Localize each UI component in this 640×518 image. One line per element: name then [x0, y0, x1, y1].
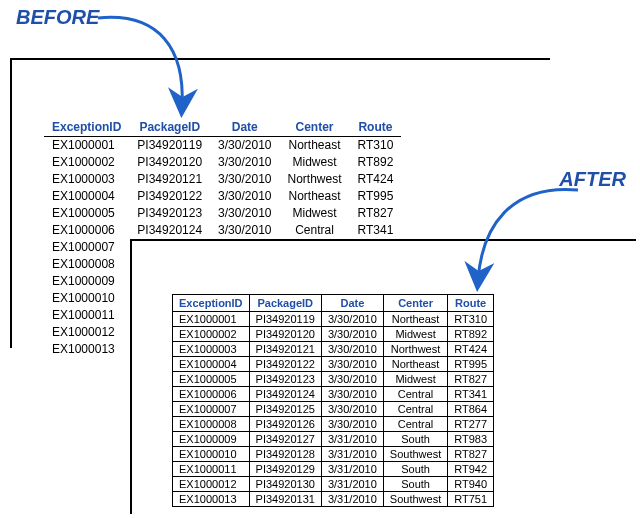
cell-id: EX1000005 — [44, 205, 129, 222]
after-table-head: ExceptionID PackageID Date Center Route — [173, 295, 494, 312]
col-center: Center — [279, 118, 349, 137]
table-row: EX1000004PI349201223/30/2010NortheastRT9… — [44, 188, 401, 205]
table-row: EX1000006PI349201243/30/2010CentralRT341 — [173, 387, 494, 402]
table-row: EX1000003PI349201213/30/2010NorthwestRT4… — [44, 171, 401, 188]
cell-date: 3/31/2010 — [321, 477, 383, 492]
cell-date: 3/30/2010 — [321, 387, 383, 402]
cell-id: EX1000013 — [44, 341, 129, 358]
cell-id: EX1000012 — [173, 477, 250, 492]
cell-pkg: PI34920126 — [249, 417, 321, 432]
cell-route: RT995 — [350, 188, 402, 205]
col-date: Date — [321, 295, 383, 312]
cell-center: South — [383, 477, 447, 492]
cell-id: EX1000007 — [44, 239, 129, 256]
before-table-head: ExceptionID PackageID Date Center Route — [44, 118, 401, 137]
cell-pkg: PI34920120 — [249, 327, 321, 342]
table-row: EX1000010PI349201283/31/2010SouthwestRT8… — [173, 447, 494, 462]
col-center: Center — [383, 295, 447, 312]
cell-route: RT277 — [448, 417, 494, 432]
cell-route: RT940 — [448, 477, 494, 492]
col-packageid: PackageID — [249, 295, 321, 312]
cell-route: RT892 — [448, 327, 494, 342]
col-exceptionid: ExceptionID — [44, 118, 129, 137]
cell-pkg: PI34920119 — [129, 137, 210, 155]
cell-center: Southwest — [383, 492, 447, 507]
table-row: EX1000001PI349201193/30/2010NortheastRT3… — [173, 312, 494, 327]
col-exceptionid: ExceptionID — [173, 295, 250, 312]
cell-route: RT310 — [350, 137, 402, 155]
cell-route: RT310 — [448, 312, 494, 327]
table-row: EX1000007PI349201253/30/2010CentralRT864 — [173, 402, 494, 417]
cell-date: 3/30/2010 — [210, 188, 279, 205]
cell-pkg: PI34920119 — [249, 312, 321, 327]
cell-date: 3/30/2010 — [321, 402, 383, 417]
cell-id: EX1000012 — [44, 324, 129, 341]
cell-route: RT424 — [448, 342, 494, 357]
cell-center: Southwest — [383, 447, 447, 462]
cell-center: Midwest — [383, 327, 447, 342]
cell-route: RT751 — [448, 492, 494, 507]
cell-pkg: PI34920122 — [249, 357, 321, 372]
cell-pkg: PI34920123 — [249, 372, 321, 387]
cell-id: EX1000002 — [44, 154, 129, 171]
cell-date: 3/30/2010 — [321, 342, 383, 357]
cell-route: RT827 — [448, 447, 494, 462]
cell-center: Midwest — [383, 372, 447, 387]
cell-center: Central — [279, 222, 349, 239]
arrow-after-icon — [460, 182, 600, 292]
arrow-before-icon — [90, 10, 210, 120]
cell-route: RT341 — [350, 222, 402, 239]
cell-pkg: PI34920129 — [249, 462, 321, 477]
cell-date: 3/30/2010 — [321, 357, 383, 372]
cell-id: EX1000010 — [44, 290, 129, 307]
table-row: EX1000003PI349201213/30/2010NorthwestRT4… — [173, 342, 494, 357]
cell-id: EX1000005 — [173, 372, 250, 387]
cell-id: EX1000004 — [173, 357, 250, 372]
cell-date: 3/30/2010 — [321, 417, 383, 432]
table-row: EX1000013PI349201313/31/2010SouthwestRT7… — [173, 492, 494, 507]
cell-pkg: PI34920128 — [249, 447, 321, 462]
cell-center: South — [383, 432, 447, 447]
table-row: EX1000005PI349201233/30/2010MidwestRT827 — [173, 372, 494, 387]
cell-date: 3/30/2010 — [210, 205, 279, 222]
cell-route: RT942 — [448, 462, 494, 477]
cell-id: EX1000003 — [173, 342, 250, 357]
cell-date: 3/31/2010 — [321, 447, 383, 462]
col-route: Route — [448, 295, 494, 312]
before-label: BEFORE — [16, 6, 99, 29]
table-row: EX1000005PI349201233/30/2010MidwestRT827 — [44, 205, 401, 222]
cell-route: RT983 — [448, 432, 494, 447]
cell-pkg: PI34920122 — [129, 188, 210, 205]
cell-id: EX1000007 — [173, 402, 250, 417]
cell-pkg: PI34920124 — [249, 387, 321, 402]
cell-pkg: PI34920131 — [249, 492, 321, 507]
table-row: EX1000006PI349201243/30/2010CentralRT341 — [44, 222, 401, 239]
cell-id: EX1000006 — [44, 222, 129, 239]
cell-pkg: PI34920125 — [249, 402, 321, 417]
cell-id: EX1000011 — [44, 307, 129, 324]
cell-pkg: PI34920120 — [129, 154, 210, 171]
cell-center: Central — [383, 417, 447, 432]
cell-id: EX1000009 — [173, 432, 250, 447]
cell-date: 3/30/2010 — [321, 312, 383, 327]
cell-center: Northeast — [383, 312, 447, 327]
table-row: EX1000008PI349201263/30/2010CentralRT277 — [173, 417, 494, 432]
col-route: Route — [350, 118, 402, 137]
cell-date: 3/31/2010 — [321, 432, 383, 447]
cell-pkg: PI34920127 — [249, 432, 321, 447]
table-row: EX1000012PI349201303/31/2010SouthRT940 — [173, 477, 494, 492]
cell-date: 3/30/2010 — [210, 154, 279, 171]
table-row: EX1000002PI349201203/30/2010MidwestRT892 — [173, 327, 494, 342]
cell-date: 3/30/2010 — [210, 171, 279, 188]
cell-date: 3/30/2010 — [210, 137, 279, 155]
cell-center: Northeast — [279, 137, 349, 155]
cell-date: 3/30/2010 — [321, 372, 383, 387]
cell-pkg: PI34920130 — [249, 477, 321, 492]
cell-id: EX1000006 — [173, 387, 250, 402]
after-table-body: EX1000001PI349201193/30/2010NortheastRT3… — [173, 312, 494, 507]
cell-id: EX1000009 — [44, 273, 129, 290]
after-table: ExceptionID PackageID Date Center Route … — [172, 294, 494, 507]
cell-id: EX1000001 — [173, 312, 250, 327]
cell-center: Midwest — [279, 205, 349, 222]
cell-center: South — [383, 462, 447, 477]
